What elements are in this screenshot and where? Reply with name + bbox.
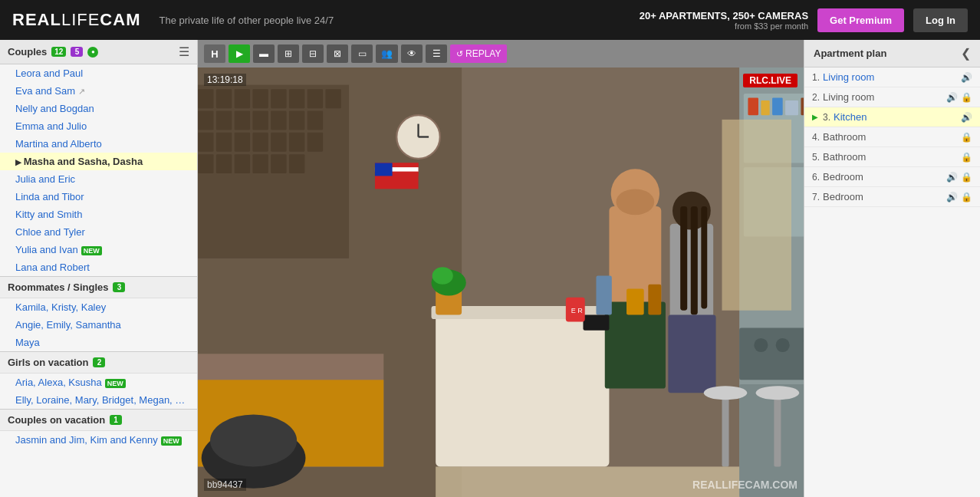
sidebar-item-roommate[interactable]: Maya — [0, 334, 197, 351]
svg-point-46 — [210, 415, 297, 467]
svg-rect-11 — [325, 89, 340, 108]
sound-icon: 🔊 — [961, 112, 972, 123]
video-container: 13:19:18 RLC.LIVE bb94437 REALLIFECAM.CO… — [198, 67, 804, 497]
svg-rect-8 — [271, 89, 286, 108]
svg-rect-10 — [307, 89, 323, 108]
svg-rect-27 — [307, 133, 323, 152]
couples-vacation-badge: 1 — [110, 415, 122, 425]
room-name: Kitchen — [834, 111, 958, 123]
girls-vacation-list: Aria, Alexa, KsushaNEWElly, Loraine, Mar… — [0, 374, 197, 409]
sidebar-item-roommate[interactable]: Angie, Emily, Samantha — [0, 316, 197, 334]
room-item[interactable]: ▶3.Kitchen🔊 — [804, 107, 980, 127]
svg-text:E R: E R — [571, 307, 584, 314]
girls-vacation-badge: 2 — [93, 357, 105, 367]
svg-rect-55 — [680, 206, 687, 311]
svg-rect-77 — [722, 120, 791, 311]
hamburger-icon[interactable]: ☰ — [179, 44, 189, 59]
svg-rect-56 — [691, 206, 698, 314]
sidebar-item-girls-vacation[interactable]: Elly, Loraine, Mary, Bridget, Megan, Mir… — [0, 391, 197, 409]
sidebar-item-couple[interactable]: Yulia and IvanNEW — [0, 241, 197, 258]
couples-vacation-list: Jasmin and Jim, Kim and KennyNEW — [0, 431, 197, 449]
girls-vacation-label: Girls on vacation — [8, 357, 88, 368]
layout-4-button[interactable]: ⊠ — [327, 44, 348, 63]
svg-point-68 — [776, 338, 790, 352]
tagline: The private life of other people live 24… — [159, 15, 334, 26]
sidebar-item-couple[interactable]: Eva and Sam ↗ — [0, 82, 197, 100]
lock-icon: 🔒 — [961, 152, 972, 163]
sidebar-item-couple[interactable]: Linda and Tibor — [0, 188, 197, 206]
room-item[interactable]: 1.Living room🔊 — [804, 67, 980, 87]
sidebar-item-couple[interactable]: Nelly and Bogdan — [0, 100, 197, 117]
svg-rect-32 — [252, 154, 268, 173]
apartments-info: 20+ APARTMENTS, 250+ CAMERAS from $33 pe… — [640, 10, 808, 31]
couples-total-badge: 5 — [71, 47, 83, 57]
svg-rect-7 — [252, 89, 268, 108]
room-name: Living room — [823, 91, 943, 103]
collapse-panel-button[interactable]: ❮ — [961, 46, 971, 61]
svg-rect-47 — [436, 311, 609, 467]
get-premium-button[interactable]: Get Premium — [817, 8, 904, 32]
room-item[interactable]: 4.Bathroom🔒 — [804, 127, 980, 147]
room-number: 4. — [812, 132, 820, 143]
lock-icon: 🔒 — [961, 92, 972, 103]
sidebar-item-couple[interactable]: Leora and Paul — [0, 64, 197, 82]
svg-rect-42 — [375, 163, 393, 176]
sound-icon: 🔊 — [946, 172, 958, 183]
sidebar: Couples 12 5 ● ☰ Leora and PaulEva and S… — [0, 40, 198, 497]
apt-panel-title: Apartment plan — [814, 48, 886, 59]
couples-list: Leora and PaulEva and Sam ↗Nelly and Bog… — [0, 64, 197, 276]
svg-rect-61 — [596, 276, 611, 315]
new-badge: NEW — [161, 436, 182, 446]
room-item[interactable]: 2.Living room🔊🔒 — [804, 87, 980, 107]
svg-rect-66 — [739, 327, 804, 380]
svg-rect-23 — [235, 133, 250, 152]
svg-rect-59 — [626, 288, 644, 314]
room-name: Bathroom — [823, 151, 958, 163]
sidebar-item-couples-vacation[interactable]: Jasmin and Jim, Kim and KennyNEW — [0, 431, 197, 449]
layout-2-button[interactable]: ⊞ — [278, 44, 299, 63]
h-button[interactable]: H — [204, 44, 225, 63]
sound-icon: 🔊 — [946, 192, 958, 202]
video-timestamp: 13:19:18 — [204, 74, 246, 86]
sidebar-item-couple[interactable]: Kitty and Smith — [0, 206, 197, 223]
sidebar-item-roommate[interactable]: Kamila, Kristy, Kaley — [0, 298, 197, 316]
svg-rect-9 — [289, 89, 304, 108]
sidebar-item-couple[interactable]: Emma and Julio — [0, 117, 197, 135]
sidebar-item-couple[interactable]: Chloe and Tyler — [0, 223, 197, 241]
room-item[interactable]: 5.Bathroom🔒 — [804, 147, 980, 167]
layout-3-button[interactable]: ⊟ — [302, 44, 324, 63]
svg-rect-78 — [748, 98, 758, 116]
svg-rect-60 — [648, 285, 661, 315]
couples-section-header: Couples 12 5 ● ☰ — [0, 40, 197, 64]
couples-vacation-label: Couples on vacation — [8, 414, 105, 426]
faces-button[interactable]: 👥 — [376, 44, 398, 63]
sidebar-item-couple[interactable]: Lana and Robert — [0, 258, 197, 276]
play-button[interactable]: ▶ — [229, 44, 250, 63]
room-item[interactable]: 7.Bedroom🔊🔒 — [804, 187, 980, 207]
svg-rect-24 — [252, 133, 268, 152]
main-layout: Couples 12 5 ● ☰ Leora and PaulEva and S… — [0, 40, 980, 497]
exit-icon: ↗ — [78, 87, 85, 96]
login-button[interactable]: Log In — [913, 8, 968, 32]
online-indicator: ● — [87, 47, 98, 58]
replay-button[interactable]: ↺ REPLAY — [450, 44, 507, 63]
svg-rect-4 — [198, 89, 213, 108]
sidebar-item-couple[interactable]: Julia and Eric — [0, 170, 197, 188]
rooms-list: 1.Living room🔊2.Living room🔊🔒▶3.Kitchen🔊… — [804, 67, 980, 207]
roommates-badge: 3 — [113, 282, 125, 292]
room-number: 3. — [823, 112, 830, 123]
eye-button[interactable]: 👁 — [401, 44, 423, 63]
couples-label: Couples — [8, 46, 47, 58]
replay-icon: ↺ — [456, 49, 463, 59]
sidebar-item-girls-vacation[interactable]: Aria, Alexa, KsushaNEW — [0, 374, 197, 391]
room-name: Bathroom — [823, 131, 958, 143]
video-id: bb94437 — [204, 479, 246, 491]
sidebar-item-couple[interactable]: Martina and Alberto — [0, 135, 197, 153]
room-item[interactable]: 6.Bedroom🔊🔒 — [804, 167, 980, 187]
layout-5-button[interactable]: ▭ — [351, 44, 373, 63]
layout-1-button[interactable]: ▬ — [253, 44, 275, 63]
apartments-main: 20+ APARTMENTS, 250+ CAMERAS — [640, 10, 808, 21]
info-button[interactable]: ☰ — [426, 44, 447, 63]
svg-rect-15 — [235, 111, 250, 130]
sidebar-item-couple[interactable]: Masha and Sasha, Dasha — [0, 153, 197, 170]
